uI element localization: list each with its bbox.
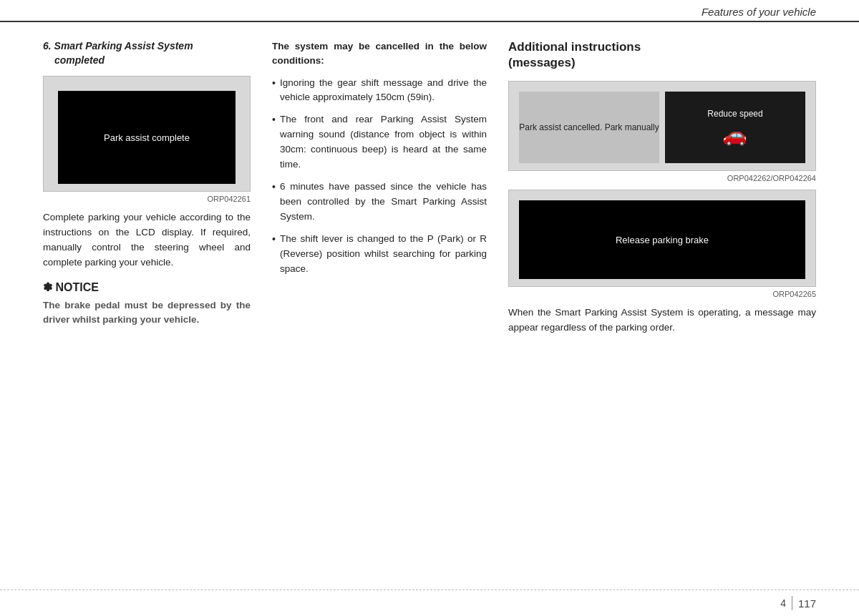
ref-code-bottom: ORP042265 (508, 290, 816, 298)
park-cancelled-display: Park assist cancelled. Park manually (519, 92, 659, 163)
left-col-body: Complete parking your vehicle according … (43, 210, 251, 270)
conditions-heading: The system may be cancelled in the below… (272, 39, 487, 69)
right-column: Additional instructions (messages) Park … (501, 39, 816, 346)
notice-heading: ✽ NOTICE (43, 280, 251, 294)
bullet-1: Ignoring the gear shift message and driv… (272, 76, 487, 106)
footer: 4 117 (0, 590, 859, 616)
ref-code-top: ORP042262/ORP042264 (508, 174, 816, 182)
bullet-2: The front and rear Parking Assist System… (272, 112, 487, 172)
release-brake-display: Release parking brake (519, 200, 805, 279)
bullet-4: The shift lever is changed to the P (Par… (272, 232, 487, 277)
ref-code-1: ORP042261 (43, 195, 251, 203)
footer-section: 4 (780, 597, 786, 609)
additional-instructions-heading: Additional instructions (messages) (508, 39, 816, 71)
conditions-list: Ignoring the gear shift message and driv… (272, 76, 487, 277)
main-content: 6. Smart Parking Assist System completed… (0, 22, 859, 346)
car-icon: 🚗 (707, 123, 762, 147)
right-col-body: When the Smart Parking Assist System is … (508, 305, 816, 336)
reduce-speed-display: Reduce speed 🚗 (665, 92, 805, 163)
park-complete-display-outer: Park assist complete (43, 76, 251, 192)
park-complete-display: Park assist complete (58, 91, 236, 184)
left-column: 6. Smart Parking Assist System completed… (43, 39, 265, 346)
bullet-3: 6 minutes have passed since the vehicle … (272, 180, 487, 225)
header-title: Features of your vehicle (702, 6, 816, 18)
dual-display-outer: Park assist cancelled. Park manually Red… (508, 81, 816, 171)
release-brake-display-outer: Release parking brake (508, 190, 816, 287)
header: Features of your vehicle (0, 0, 859, 22)
footer-divider (792, 596, 792, 610)
middle-column: The system may be cancelled in the below… (265, 39, 501, 346)
notice-body: The brake pedal must be depressed by the… (43, 298, 251, 328)
section-heading: 6. Smart Parking Assist System completed (43, 39, 251, 67)
footer-page: 117 (798, 597, 816, 610)
